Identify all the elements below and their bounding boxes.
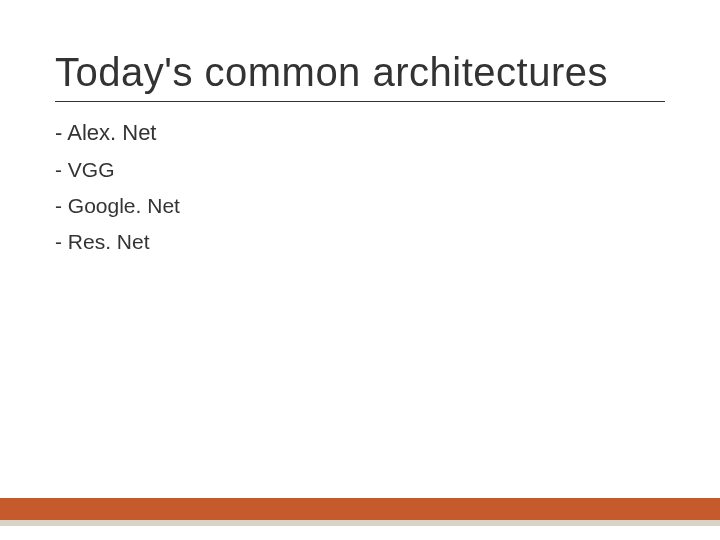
bullet-list: - Alex. Net - VGG - Google. Net - Res. N…: [55, 120, 665, 254]
list-item: - Alex. Net: [55, 120, 665, 146]
slide-title: Today's common architectures: [55, 50, 665, 102]
footer-sub-bar: [0, 520, 720, 526]
slide-container: Today's common architectures - Alex. Net…: [0, 0, 720, 540]
list-item: - Res. Net: [55, 230, 665, 254]
footer-accent-bar: [0, 498, 720, 520]
list-item: - Google. Net: [55, 194, 665, 218]
list-item: - VGG: [55, 158, 665, 182]
